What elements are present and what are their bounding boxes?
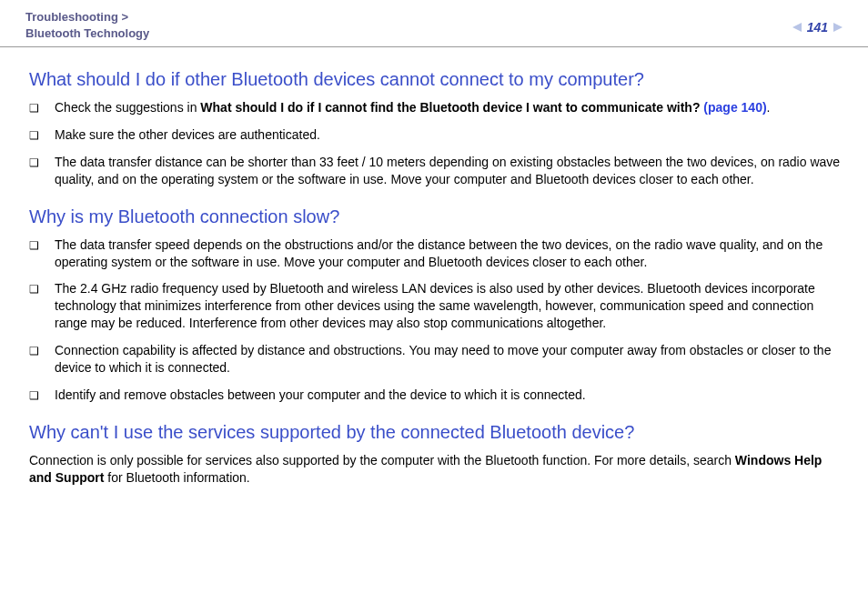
list-item-text: The data transfer speed depends on the o… bbox=[55, 236, 843, 271]
square-bullet-icon: ❑ bbox=[29, 238, 42, 253]
question-3-paragraph: Connection is only possible for services… bbox=[29, 452, 843, 487]
question-2-heading: Why is my Bluetooth connection slow? bbox=[29, 206, 843, 227]
page-nav: 141 bbox=[792, 20, 843, 35]
square-bullet-icon: ❑ bbox=[29, 156, 42, 170]
square-bullet-icon: ❑ bbox=[29, 128, 42, 143]
text-fragment: Connection is only possible for services… bbox=[29, 453, 735, 467]
text-bold: What should I do if I cannot find the Bl… bbox=[200, 100, 703, 115]
list-item: ❑ The data transfer distance can be shor… bbox=[29, 154, 843, 188]
list-item-text: Connection capability is affected by dis… bbox=[55, 342, 843, 377]
breadcrumb-section: Troubleshooting > bbox=[25, 10, 128, 24]
square-bullet-icon: ❑ bbox=[29, 282, 42, 296]
list-item: ❑ Identify and remove obstacles between … bbox=[29, 387, 843, 404]
page-content: What should I do if other Bluetooth devi… bbox=[0, 47, 868, 486]
page-number: 141 bbox=[807, 20, 828, 35]
list-item-text: The data transfer distance can be shorte… bbox=[55, 154, 843, 188]
text-fragment: for Bluetooth information. bbox=[104, 470, 249, 485]
page-header: Troubleshooting > Bluetooth Technology 1… bbox=[0, 0, 868, 47]
square-bullet-icon: ❑ bbox=[29, 344, 42, 358]
list-item-text: Make sure the other devices are authenti… bbox=[55, 126, 320, 144]
list-item: ❑ Connection capability is affected by d… bbox=[29, 342, 843, 377]
text-fragment: . bbox=[767, 100, 771, 115]
question-1-heading: What should I do if other Bluetooth devi… bbox=[29, 69, 843, 90]
page-link[interactable]: (page 140) bbox=[703, 100, 766, 115]
list-item: ❑ The data transfer speed depends on the… bbox=[29, 236, 843, 271]
list-item-text: Check the suggestions in What should I d… bbox=[55, 99, 770, 116]
breadcrumb: Troubleshooting > Bluetooth Technology bbox=[25, 9, 149, 41]
square-bullet-icon: ❑ bbox=[29, 388, 42, 403]
list-item-text: Identify and remove obstacles between yo… bbox=[55, 387, 586, 404]
list-item: ❑ Check the suggestions in What should I… bbox=[29, 99, 843, 116]
list-item: ❑ The 2.4 GHz radio frequency used by Bl… bbox=[29, 280, 843, 332]
list-item-text: The 2.4 GHz radio frequency used by Blue… bbox=[55, 280, 843, 332]
prev-page-icon[interactable] bbox=[792, 23, 802, 32]
next-page-icon[interactable] bbox=[833, 23, 843, 32]
text-fragment: Check the suggestions in bbox=[55, 100, 200, 115]
question-2-list: ❑ The data transfer speed depends on the… bbox=[29, 236, 843, 404]
question-1-list: ❑ Check the suggestions in What should I… bbox=[29, 99, 843, 188]
square-bullet-icon: ❑ bbox=[29, 101, 42, 116]
question-3-heading: Why can't I use the services supported b… bbox=[29, 422, 843, 443]
breadcrumb-sub: Bluetooth Technology bbox=[25, 26, 149, 40]
list-item: ❑ Make sure the other devices are authen… bbox=[29, 126, 843, 144]
